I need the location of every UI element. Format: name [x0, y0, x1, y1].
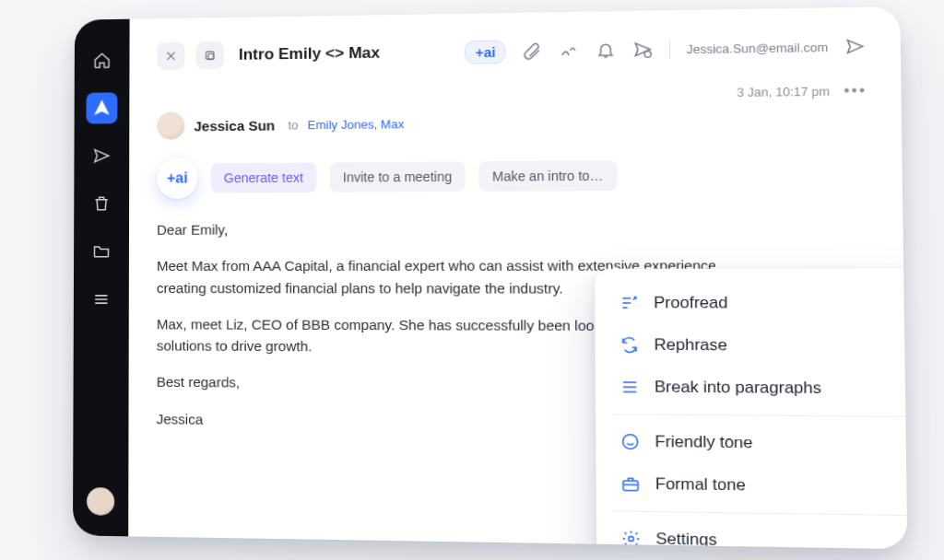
- menu-settings-label: Settings: [655, 530, 716, 549]
- chip-generate-text[interactable]: Generate text: [211, 162, 317, 192]
- menu-settings[interactable]: Settings: [602, 518, 907, 550]
- proofread-icon: [619, 293, 641, 314]
- sender-name: Jessica Sun: [194, 117, 275, 134]
- toolbar: Intro Emily <> Max +ai Jessica.Sun@email…: [157, 32, 866, 70]
- paragraphs-icon: [619, 377, 641, 398]
- email-subject: Intro Emily <> Max: [239, 44, 380, 64]
- to-label: to: [288, 118, 298, 132]
- chip-invite-meeting[interactable]: Invite to a meeting: [330, 161, 466, 192]
- ai-bubble[interactable]: +ai: [157, 158, 197, 198]
- signature-icon[interactable]: [559, 40, 580, 61]
- ai-suggestions-row: +ai Generate text Invite to a meeting Ma…: [157, 153, 868, 199]
- menu-proofread-label: Proofread: [654, 294, 727, 313]
- ai-context-menu: Proofread Rephrase Break into paragraphs: [595, 269, 907, 550]
- sidebar-folder[interactable]: [86, 236, 117, 267]
- send-later-icon[interactable]: [632, 39, 655, 60]
- account-email: Jessica.Sun@email.com: [687, 40, 829, 56]
- toolbar-right: +ai Jessica.Sun@email.com: [465, 34, 867, 64]
- svg-rect-0: [206, 52, 214, 59]
- rephrase-icon: [619, 334, 641, 356]
- svg-rect-4: [623, 481, 638, 491]
- from-row: Jessica Sun to Emily Jones, Max: [157, 105, 867, 140]
- chip-make-intro[interactable]: Make an intro to…: [478, 160, 617, 192]
- gear-icon: [620, 528, 643, 549]
- toolbar-divider: [669, 40, 670, 59]
- menu-rephrase[interactable]: Rephrase: [601, 324, 908, 368]
- sidebar-menu[interactable]: [86, 284, 117, 315]
- timestamp: 3 Jan, 10:17 pm: [737, 84, 830, 99]
- menu-break-label: Break into paragraphs: [655, 378, 821, 398]
- attachment-icon[interactable]: [522, 41, 543, 62]
- close-button[interactable]: [157, 42, 184, 70]
- popout-button[interactable]: [196, 41, 224, 69]
- menu-separator-1: [613, 414, 907, 417]
- sidebar-sent[interactable]: [86, 140, 117, 171]
- main-panel: Intro Emily <> Max +ai Jessica.Sun@email…: [128, 6, 907, 549]
- sidebar-trash[interactable]: [86, 188, 117, 219]
- menu-break-paragraphs[interactable]: Break into paragraphs: [601, 366, 907, 410]
- menu-friendly-label: Friendly tone: [655, 432, 752, 452]
- bell-icon[interactable]: [596, 40, 617, 61]
- menu-proofread[interactable]: Proofread: [600, 282, 907, 324]
- menu-formal-tone[interactable]: Formal tone: [602, 462, 907, 509]
- app-window: Intro Emily <> Max +ai Jessica.Sun@email…: [73, 6, 907, 549]
- menu-formal-label: Formal tone: [655, 474, 746, 495]
- smile-icon: [620, 431, 642, 452]
- svg-rect-1: [208, 53, 214, 59]
- svg-point-5: [629, 536, 633, 541]
- menu-rephrase-label: Rephrase: [654, 335, 726, 355]
- sidebar-home[interactable]: [87, 45, 118, 76]
- sidebar: [73, 19, 130, 537]
- sidebar-avatar[interactable]: [87, 487, 114, 516]
- menu-friendly-tone[interactable]: Friendly tone: [602, 420, 908, 466]
- body-greeting: Dear Emily,: [157, 216, 752, 240]
- menu-separator-2: [614, 510, 907, 516]
- sender-avatar: [157, 111, 184, 139]
- briefcase-icon: [620, 473, 642, 495]
- more-menu[interactable]: •••: [844, 82, 867, 99]
- recipients[interactable]: Emily Jones, Max: [308, 117, 405, 132]
- svg-point-2: [645, 51, 652, 57]
- ai-pill[interactable]: +ai: [465, 40, 506, 64]
- meta-row: 3 Jan, 10:17 pm •••: [157, 82, 867, 107]
- send-button[interactable]: [844, 36, 866, 57]
- sidebar-compose[interactable]: [87, 92, 118, 123]
- svg-point-3: [623, 435, 638, 449]
